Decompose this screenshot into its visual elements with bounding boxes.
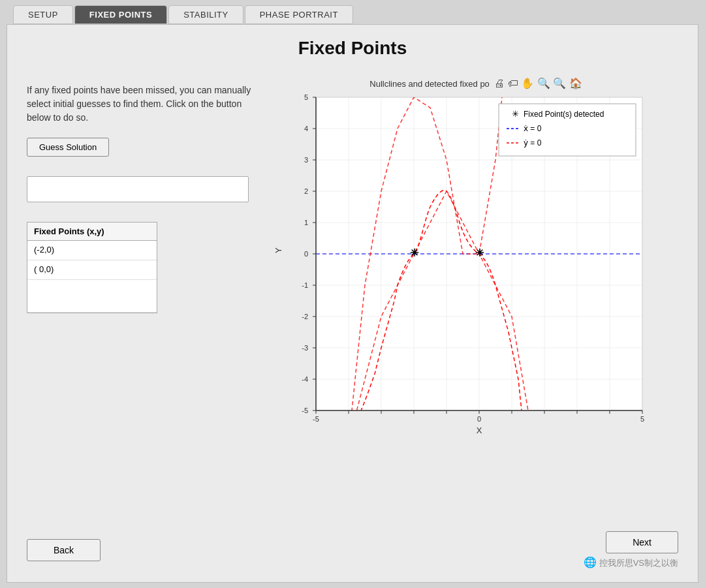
next-button[interactable]: Next: [606, 531, 678, 553]
x-axis-label: X: [477, 426, 482, 435]
svg-text:-3: -3: [302, 344, 308, 352]
svg-text:5: 5: [640, 415, 644, 423]
svg-text:4: 4: [304, 125, 308, 132]
svg-text:3: 3: [304, 156, 308, 164]
chart-title: Nullclines and detected fixed po 🖨 🏷 ✋ 🔍…: [274, 77, 678, 89]
svg-text:-1: -1: [302, 281, 308, 289]
svg-text:-2: -2: [302, 313, 308, 320]
table-row: (-2,0): [27, 241, 157, 260]
svg-text:-5: -5: [313, 415, 319, 423]
chart-inner[interactable]: 5 4 3 2 1: [283, 91, 655, 443]
tab-bar: SETUP FIXED POINTS STABILITY PHASE PORTR…: [0, 0, 705, 24]
table-header: Fixed Points (x,y): [27, 223, 157, 241]
y-axis-label: Y: [274, 91, 283, 417]
svg-text:1: 1: [304, 219, 308, 226]
guess-solution-button[interactable]: Guess Solution: [27, 138, 109, 157]
svg-text:-4: -4: [302, 375, 308, 383]
left-panel: If any fixed points have been missed, yo…: [27, 84, 262, 313]
legend-blue-label: ẋ = 0: [524, 124, 542, 133]
legend-star-symbol: ✳: [512, 109, 519, 119]
tab-stability[interactable]: STABILITY: [168, 5, 243, 24]
instructions-text: If any fixed points have been missed, yo…: [27, 84, 262, 125]
svg-text:0: 0: [304, 250, 308, 258]
fixed-points-table: Fixed Points (x,y) (-2,0) ( 0,0): [27, 222, 157, 313]
main-content: Fixed Points If any fixed points have be…: [7, 24, 698, 583]
svg-text:0: 0: [477, 415, 481, 423]
legend-star-label: Fixed Point(s) detected: [524, 110, 604, 119]
tab-fixed-points[interactable]: FIXED POINTS: [74, 5, 167, 24]
bottom-bar: Back Next 🌐 控我所思VS制之以衡: [7, 531, 698, 569]
svg-text:2: 2: [304, 187, 308, 195]
guess-input-box[interactable]: [27, 176, 249, 202]
chart-container: Y: [274, 91, 678, 443]
chart-area: Nullclines and detected fixed po 🖨 🏷 ✋ 🔍…: [274, 77, 678, 469]
svg-text:5: 5: [304, 93, 308, 101]
tab-phase-portrait[interactable]: PHASE PORTRAIT: [245, 5, 353, 24]
watermark: 🌐 控我所思VS制之以衡: [584, 556, 678, 569]
chart-toolbar[interactable]: 🖨 🏷 ✋ 🔍 🔍 🏠: [494, 78, 582, 89]
back-button[interactable]: Back: [27, 539, 101, 561]
legend-red-label: ẏ = 0: [524, 138, 542, 147]
fixed-point-marker-2: ✳: [475, 247, 484, 258]
table-row: ( 0,0): [27, 260, 157, 280]
page-title: Fixed Points: [27, 38, 678, 59]
tab-setup[interactable]: SETUP: [13, 5, 73, 24]
fixed-point-marker-1: ✳: [410, 247, 419, 258]
table-row-empty: [27, 280, 157, 313]
svg-text:-5: -5: [302, 407, 308, 414]
